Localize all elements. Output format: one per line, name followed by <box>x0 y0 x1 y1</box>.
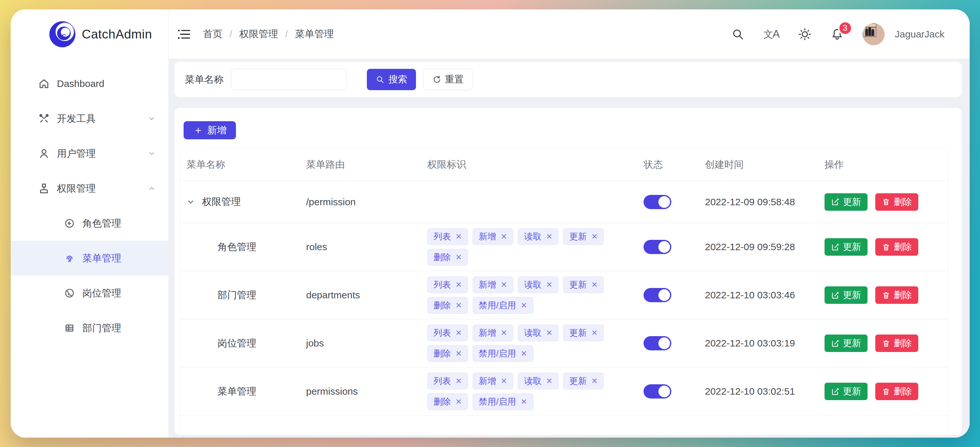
row-actions: 更新 删除 <box>818 383 949 400</box>
table-row: 角色管理 roles 列表✕ 新增✕ 读取✕ 更新✕ 删除✕ 2022-12-0… <box>180 223 948 271</box>
sidebar-item-label: 岗位管理 <box>83 287 121 300</box>
permission-tag: 新增✕ <box>473 228 513 245</box>
created-at: 2022-12-09 09:59:28 <box>698 242 818 253</box>
sidebar-item-label: 权限管理 <box>57 182 95 195</box>
breadcrumb-menus[interactable]: 菜单管理 <box>295 27 334 41</box>
update-button[interactable]: 更新 <box>824 383 867 400</box>
close-icon[interactable]: ✕ <box>455 253 462 262</box>
edit-icon <box>831 339 840 348</box>
status-toggle[interactable] <box>644 195 671 209</box>
svg-text:c: c <box>61 30 65 41</box>
close-icon[interactable]: ✕ <box>591 232 598 241</box>
menu-name: 岗位管理 <box>218 337 256 350</box>
close-icon[interactable]: ✕ <box>501 232 507 241</box>
menu-name: 菜单管理 <box>218 385 256 398</box>
close-icon[interactable]: ✕ <box>546 377 552 386</box>
logo[interactable]: c CatchAdmin <box>11 10 169 59</box>
delete-button[interactable]: 删除 <box>875 383 918 400</box>
sidebar-item-users[interactable]: 用户管理 <box>11 136 169 171</box>
permission-tag: 禁用/启用✕ <box>473 297 533 314</box>
permission-tag: 更新✕ <box>563 276 604 293</box>
close-icon[interactable]: ✕ <box>546 328 552 337</box>
permission-icon <box>38 183 50 194</box>
breadcrumb-permissions[interactable]: 权限管理 <box>239 27 278 41</box>
update-button[interactable]: 更新 <box>824 238 867 256</box>
expand-chevron-icon[interactable] <box>186 198 195 206</box>
refresh-icon <box>432 75 441 84</box>
user-icon <box>38 148 50 159</box>
close-icon[interactable]: ✕ <box>455 280 462 289</box>
status-toggle[interactable] <box>644 336 671 350</box>
menu-route: roles <box>300 242 421 253</box>
sidebar-item-permissions[interactable]: 权限管理 <box>11 171 169 206</box>
sidebar-item-dashboard[interactable]: Dashboard <box>11 66 169 101</box>
close-icon[interactable]: ✕ <box>521 301 527 310</box>
reset-button[interactable]: 重置 <box>423 69 473 90</box>
close-icon[interactable]: ✕ <box>591 377 598 386</box>
close-icon[interactable]: ✕ <box>455 232 462 241</box>
job-icon <box>64 288 75 298</box>
breadcrumb: 首页 / 权限管理 / 菜单管理 <box>203 27 334 41</box>
sidebar-item-departments[interactable]: 部门管理 <box>11 310 169 345</box>
sidebar-item-devtools[interactable]: 开发工具 <box>11 101 169 136</box>
user-name[interactable]: JaguarJack <box>895 29 945 40</box>
permission-tag: 删除✕ <box>427 393 468 410</box>
sidebar-item-jobs[interactable]: 岗位管理 <box>11 276 169 310</box>
search-icon[interactable] <box>731 27 745 41</box>
menu-name-input[interactable] <box>231 69 347 90</box>
close-icon[interactable]: ✕ <box>591 280 598 289</box>
theme-sun-icon[interactable] <box>798 27 811 41</box>
status-cell <box>637 195 698 209</box>
status-cell <box>637 336 698 350</box>
update-button[interactable]: 更新 <box>824 286 867 304</box>
delete-button[interactable]: 删除 <box>875 238 918 256</box>
permission-tag: 新增✕ <box>473 325 513 341</box>
permission-tag: 读取✕ <box>518 325 558 341</box>
status-toggle[interactable] <box>644 240 671 254</box>
breadcrumb-home[interactable]: 首页 <box>203 27 223 41</box>
permission-tags: 列表✕ 新增✕ 读取✕ 更新✕ 删除✕ 禁用/启用✕ <box>421 276 637 314</box>
created-at: 2022-12-09 09:58:48 <box>698 197 818 207</box>
permission-tag: 读取✕ <box>518 228 558 245</box>
update-button[interactable]: 更新 <box>824 334 867 352</box>
permission-tag: 读取✕ <box>518 276 558 293</box>
close-icon[interactable]: ✕ <box>455 301 462 310</box>
notifications-bell-icon[interactable]: 3 <box>830 27 844 41</box>
close-icon[interactable]: ✕ <box>521 397 527 406</box>
search-button[interactable]: 搜索 <box>367 69 416 90</box>
status-toggle[interactable] <box>644 384 671 399</box>
sidebar-item-menus[interactable]: 菜单管理 <box>11 241 169 276</box>
trash-icon <box>882 197 891 206</box>
close-icon[interactable]: ✕ <box>591 328 598 337</box>
created-at: 2022-12-10 03:03:46 <box>698 290 818 301</box>
col-created-at: 创建时间 <box>698 158 818 171</box>
close-icon[interactable]: ✕ <box>521 349 527 358</box>
close-icon[interactable]: ✕ <box>501 328 507 337</box>
permission-tag: 禁用/启用✕ <box>473 393 533 410</box>
close-icon[interactable]: ✕ <box>501 377 507 386</box>
collapse-menu-icon[interactable] <box>177 27 191 41</box>
close-icon[interactable]: ✕ <box>455 397 462 406</box>
permission-tag: 列表✕ <box>427 228 468 245</box>
delete-button[interactable]: 删除 <box>875 334 918 352</box>
close-icon[interactable]: ✕ <box>546 280 552 289</box>
add-button[interactable]: ＋ 新增 <box>184 121 236 139</box>
avatar[interactable] <box>863 23 885 45</box>
close-icon[interactable]: ✕ <box>455 328 462 337</box>
close-icon[interactable]: ✕ <box>455 377 462 386</box>
close-icon[interactable]: ✕ <box>501 280 507 289</box>
permission-tag: 读取✕ <box>518 373 558 390</box>
close-icon[interactable]: ✕ <box>546 232 552 241</box>
department-icon <box>64 323 75 333</box>
translate-icon[interactable]: 文A <box>764 27 779 41</box>
status-toggle[interactable] <box>644 288 671 302</box>
delete-button[interactable]: 删除 <box>875 286 918 304</box>
update-button[interactable]: 更新 <box>824 193 867 211</box>
menu-name-cell: 权限管理 <box>180 195 300 208</box>
delete-button[interactable]: 删除 <box>875 193 918 211</box>
topbar: 首页 / 权限管理 / 菜单管理 文A 3 <box>169 10 970 59</box>
permission-tags: 列表✕ 新增✕ 读取✕ 更新✕ 删除✕ <box>421 228 637 266</box>
sidebar-item-roles[interactable]: 角色管理 <box>11 206 169 241</box>
close-icon[interactable]: ✕ <box>455 349 462 358</box>
permission-tag: 删除✕ <box>427 345 468 362</box>
